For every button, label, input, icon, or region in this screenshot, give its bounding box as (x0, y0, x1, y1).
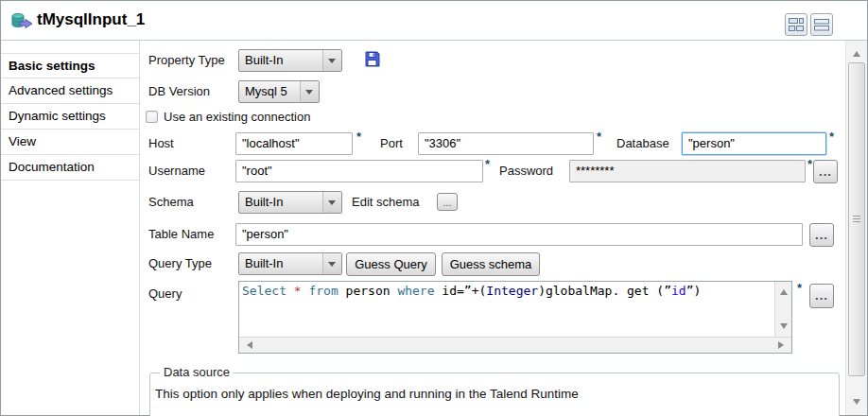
scrollbar-thumb[interactable] (848, 62, 865, 376)
scroll-left-icon[interactable] (243, 341, 252, 349)
db-version-select[interactable]: Mysql 5 (238, 80, 320, 103)
username-label: Username (148, 160, 205, 182)
required-marker: * (597, 130, 601, 144)
query-vertical-scrollbar[interactable] (774, 282, 791, 337)
db-version-label: DB Version (148, 80, 210, 103)
query-ellipsis-button[interactable]: ... (809, 284, 834, 308)
query-type-select[interactable]: Built-In (238, 252, 342, 275)
panel-vertical-scrollbar[interactable] (845, 41, 867, 415)
mysql-database-icon (10, 13, 33, 34)
table-view-button[interactable] (785, 13, 807, 36)
sidebar-menu: Basic settingsAdvanced settingsDynamic s… (1, 41, 140, 415)
scroll-down-icon[interactable] (849, 398, 864, 413)
username-input[interactable]: "root" (235, 160, 483, 182)
password-ellipsis-button[interactable]: ... (813, 160, 838, 183)
table-name-input[interactable]: "person" (235, 223, 803, 246)
sidebar-item-view[interactable]: View (1, 130, 139, 155)
table-name-ellipsis-button[interactable]: ... (809, 223, 834, 247)
component-settings-panel: tMysqlInput_1 Basic settingsAdvanced (0, 0, 868, 416)
use-existing-connection-label: Use an existing connection (164, 106, 310, 129)
host-label: Host (148, 132, 174, 155)
data-source-group: Data source This option only applies whe… (149, 373, 840, 416)
scroll-up-icon[interactable] (780, 286, 788, 295)
host-input[interactable]: "localhost" (235, 132, 353, 155)
table-name-label: Table Name (148, 223, 214, 246)
sidebar-item-documentation[interactable]: Documentation (1, 155, 139, 181)
query-editor[interactable]: Select * from person where id=”+(Integer… (238, 281, 792, 354)
title-bar: tMysqlInput_1 (1, 1, 867, 40)
edit-schema-label: Edit schema (352, 191, 420, 214)
sidebar-item-basic-settings[interactable]: Basic settings (1, 53, 139, 78)
required-marker: * (485, 157, 490, 171)
scroll-down-icon[interactable] (780, 323, 788, 333)
sidebar-item-dynamic-settings[interactable]: Dynamic settings (1, 104, 139, 130)
port-label: Port (380, 132, 403, 155)
port-input[interactable]: "3306" (418, 132, 594, 155)
required-marker: * (797, 281, 802, 295)
database-input[interactable]: "person" (682, 132, 826, 155)
data-source-note: This option only applies when deploying … (155, 387, 579, 401)
chevron-down-icon (322, 50, 341, 71)
scroll-right-icon[interactable] (778, 341, 788, 349)
property-type-select[interactable]: Built-In (238, 49, 342, 72)
query-horizontal-scrollbar[interactable] (239, 337, 791, 353)
scroll-up-icon[interactable] (849, 43, 864, 58)
required-marker: * (829, 130, 834, 144)
save-properties-button[interactable] (364, 51, 380, 71)
chevron-down-icon (322, 253, 341, 274)
page-title: tMysqlInput_1 (37, 10, 145, 29)
password-label: Password (499, 160, 553, 182)
flat-view-button[interactable] (810, 13, 833, 36)
schema-label: Schema (148, 191, 194, 214)
chevron-down-icon (322, 192, 341, 213)
property-type-label: Property Type (148, 49, 225, 72)
floppy-disk-icon (364, 54, 380, 70)
database-label: Database (616, 132, 669, 155)
query-code[interactable]: Select * from person where id=”+(Integer… (242, 284, 773, 335)
required-marker: * (356, 130, 361, 144)
schema-select[interactable]: Built-In (238, 191, 342, 214)
required-marker: * (807, 157, 812, 171)
sidebar-item-advanced-settings[interactable]: Advanced settings (1, 78, 139, 104)
use-existing-connection-checkbox[interactable] (146, 111, 158, 123)
query-label: Query (148, 283, 182, 305)
chevron-down-icon (300, 81, 319, 102)
password-input[interactable]: ******** (569, 160, 806, 182)
guess-query-button[interactable]: Guess Query (346, 252, 436, 276)
guess-schema-button[interactable]: Guess schema (442, 252, 540, 276)
data-source-legend: Data source (160, 365, 234, 379)
edit-schema-button[interactable]: ... (437, 193, 458, 211)
query-type-label: Query Type (148, 252, 212, 275)
